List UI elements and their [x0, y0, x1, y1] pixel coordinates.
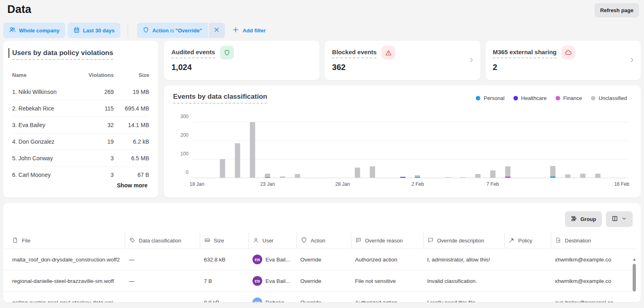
chart-legend: Personal Healthcare Finance Unclassified	[476, 95, 627, 101]
file-name: ceiling-austria-noel-paul-stookey-data.w…	[3, 292, 125, 303]
event-row[interactable]: regional-danielle-steel-brazzaville-sm.w…	[3, 270, 636, 292]
scrollbar-thumb[interactable]	[633, 264, 636, 291]
stat-card-m365-external-sharing[interactable]: M365 external sharing 2	[486, 41, 641, 80]
violations-row[interactable]: 2. Rebekah Rice 115 695.4 MB	[12, 100, 149, 117]
override-reason: File not sensitive	[351, 270, 423, 292]
legend-item-unclassified[interactable]: Unclassified	[591, 95, 627, 101]
bar-25-jan[interactable]	[295, 174, 300, 178]
x-axis-label: 16 Feb	[614, 181, 629, 187]
stat-card-audited-events: Audited events 1,024	[164, 41, 319, 80]
bar-22-jan[interactable]	[250, 122, 255, 178]
violations-row[interactable]: 6. Carl Mooney 3 67 B	[12, 167, 149, 183]
legend-item-personal[interactable]: Personal	[476, 95, 504, 101]
bar-segment-healthcare	[400, 177, 405, 178]
data-classification: —	[125, 292, 200, 303]
shield-icon	[301, 237, 307, 244]
drive-icon	[204, 237, 210, 244]
bar-6-feb[interactable]	[475, 174, 480, 178]
show-more-button[interactable]: Show more	[117, 182, 148, 189]
bar-23-jan[interactable]	[265, 174, 270, 178]
user-name: 1. Nikki Wilkinson	[12, 84, 77, 100]
column-header-data-classification[interactable]: Data classification	[125, 233, 200, 249]
bar-14-feb[interactable]	[595, 174, 600, 178]
column-header-size[interactable]: Size	[200, 233, 248, 249]
column-header-destination[interactable]: Destination	[551, 233, 636, 249]
destination: xhwmlkm@example.co	[551, 270, 636, 292]
bar-1-feb[interactable]	[400, 177, 405, 178]
column-header-override-reason[interactable]: Override reason	[351, 233, 423, 249]
column-header-name[interactable]: Name	[12, 69, 77, 84]
override-reason: Authorized action	[351, 249, 423, 270]
bar-5-feb[interactable]	[460, 177, 465, 178]
user-name: Rebeka...	[265, 300, 289, 303]
violations-row[interactable]: 3. Eva Bailey 32 14.1 MB	[12, 117, 149, 134]
column-header-action[interactable]: Action	[296, 233, 351, 249]
avatar: EB	[252, 255, 262, 264]
legend-item-healthcare[interactable]: Healthcare	[513, 95, 547, 101]
avatar: EB	[252, 276, 262, 286]
violations-row[interactable]: 5. John Conway 3 6.5 MB	[12, 150, 149, 167]
people-icon	[9, 26, 16, 34]
bar-2-feb[interactable]	[415, 175, 420, 178]
legend-item-finance[interactable]: Finance	[556, 95, 582, 101]
page-header: Data Refresh page	[0, 0, 644, 17]
bar-segment-healthcare	[505, 177, 510, 178]
bar-8-feb[interactable]	[505, 166, 510, 178]
events-table: File Data classification Size User Actio…	[3, 233, 636, 302]
bar-11-feb[interactable]	[550, 166, 555, 178]
bar-30-jan[interactable]	[370, 166, 375, 178]
violation-size: 67 B	[113, 167, 149, 183]
filter-chip-last-30-days[interactable]: Last 30 days	[68, 23, 120, 38]
chart-title: Events by data classification	[173, 93, 267, 104]
event-row[interactable]: ceiling-austria-noel-paul-stookey-data.w…	[3, 292, 636, 303]
violations-row[interactable]: 4. Don Gonzalez 19 6.2 kB	[12, 134, 149, 150]
bar-13-feb[interactable]	[580, 174, 585, 178]
filter-chip-whole-company[interactable]: Whole company	[3, 23, 65, 38]
file-icon	[12, 237, 18, 244]
bar-21-jan[interactable]	[235, 143, 240, 178]
violation-count: 32	[77, 117, 113, 134]
chevron-right-icon[interactable]	[629, 57, 635, 65]
chevron-right-icon[interactable]	[468, 57, 475, 65]
column-header-policy[interactable]: Policy	[504, 233, 551, 249]
column-header-file[interactable]: File	[3, 233, 125, 249]
remove-filter-button[interactable]	[209, 23, 225, 38]
cloud-icon	[561, 46, 575, 59]
columns-button[interactable]	[606, 211, 633, 227]
column-header-user[interactable]: User	[248, 233, 296, 249]
add-filter-button[interactable]: Add filter	[227, 26, 271, 34]
bar-12-feb[interactable]	[565, 174, 570, 178]
bar-chart: 0 100 200 300	[193, 122, 628, 178]
event-row[interactable]: malta_roof_don-drysdale_construction.wof…	[3, 249, 636, 270]
users-by-violations-card: Users by data policy violations Name Vio…	[3, 41, 158, 198]
column-header-size[interactable]: Size	[113, 69, 149, 84]
refresh-page-button[interactable]: Refresh page	[595, 3, 639, 17]
filter-chip-action[interactable]: Action is "Override"	[137, 23, 208, 38]
gridline	[193, 159, 628, 159]
bar-20-jan[interactable]	[220, 159, 225, 178]
legend-dot	[476, 96, 480, 100]
bar-4-feb[interactable]	[445, 177, 450, 178]
stat-card-blocked-events[interactable]: Blocked events 362	[325, 41, 480, 80]
bar-29-jan[interactable]	[355, 168, 360, 178]
vertical-scrollbar[interactable]: ▲	[632, 257, 637, 301]
bar-segment-unclassified	[595, 174, 600, 178]
column-header-violations[interactable]: Violations	[77, 69, 113, 84]
y-axis-label: 100	[180, 151, 188, 157]
user-name: 2. Rebekah Rice	[12, 100, 77, 117]
column-header-override-description[interactable]: Override description	[423, 233, 504, 249]
scrollbar-up-arrow[interactable]: ▲	[632, 257, 637, 261]
events-by-classification-card: Events by data classification Personal H…	[164, 85, 641, 198]
action: Override	[296, 292, 351, 303]
alert-triangle-icon	[381, 46, 395, 59]
bar-24-jan[interactable]	[280, 176, 285, 178]
bar-segment-unclassified	[220, 159, 225, 178]
override-description: I, administrator, allow this!	[423, 249, 504, 270]
group-button[interactable]: Group	[565, 211, 602, 227]
violations-row[interactable]: 1. Nikki Wilkinson 269 19 MB	[12, 84, 149, 100]
plus-icon	[232, 26, 239, 34]
bar-7-feb[interactable]	[490, 170, 495, 178]
user-cell: RR Rebeka...	[248, 292, 296, 303]
file-name: malta_roof_don-drysdale_construction.wof…	[3, 249, 125, 270]
calendar-icon	[73, 27, 80, 34]
